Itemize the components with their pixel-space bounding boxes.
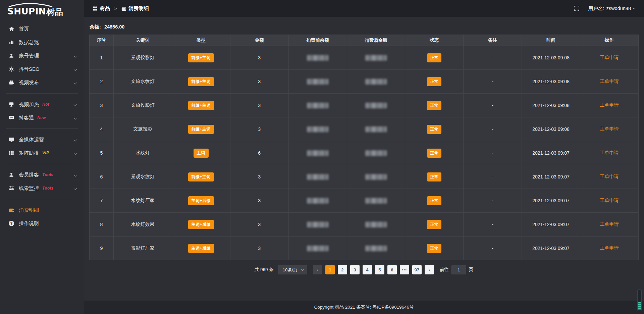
consumption-table-wrap: 序号关键词类型金额扣费前余额扣费后余额状态备注时间操作 1景观投影灯前缀+主词3… xyxy=(89,35,639,260)
sidebar-item-抖客通[interactable]: 抖客通New xyxy=(0,111,84,124)
masked-value xyxy=(365,126,387,132)
sidebar-item-操作说明[interactable]: ?操作说明 xyxy=(0,217,84,230)
sidebar-item-label: 线索监控 xyxy=(19,185,39,192)
sidebar-item-线索监控[interactable]: 线索监控Tools xyxy=(0,181,84,195)
sidebar-item-视频加热[interactable]: 视频加热Hot xyxy=(0,98,84,111)
cell-status: 正常 xyxy=(405,165,464,189)
cell-action: 工单申请 xyxy=(580,70,639,94)
cell-balance-before xyxy=(288,70,347,94)
cell-type: 前缀+主词 xyxy=(172,94,230,117)
work-order-link[interactable]: 工单申请 xyxy=(600,126,619,132)
work-order-link[interactable]: 工单申请 xyxy=(600,174,619,179)
page-button-2[interactable]: 2 xyxy=(338,265,347,274)
cell-time: 2021-12-03 09:07 xyxy=(522,189,580,213)
goto-page: 前往 页 xyxy=(440,265,474,274)
sidebar-item-全媒体运营[interactable]: 全媒体运营 xyxy=(0,133,84,146)
cell-balance-before xyxy=(288,46,347,70)
status-badge: 正常 xyxy=(427,77,441,86)
work-order-link[interactable]: 工单申请 xyxy=(600,245,619,251)
work-order-link[interactable]: 工单申请 xyxy=(600,150,619,155)
main-area: 树品 > 消费明细 用户名: zswodun88 xyxy=(84,0,644,314)
breadcrumb: 树品 > 消费明细 xyxy=(93,5,149,12)
cell-amount: 3 xyxy=(230,117,288,141)
page-size-select[interactable]: 10条/页 xyxy=(278,265,307,274)
cell-balance-after xyxy=(347,189,405,213)
cell-amount: 6 xyxy=(230,141,288,165)
sidebar: SHUPIN 树品 首页数据总览账号管理抖音SEO视频发布视频加热Hot抖客通N… xyxy=(0,0,84,314)
masked-value xyxy=(307,174,328,180)
table-row: 5水纹灯主词6正常-2021-12-03 09:07工单申请 xyxy=(90,141,639,165)
user-dropdown[interactable]: 用户名: zswodun88 xyxy=(588,5,635,12)
sidebar-item-消费明细[interactable]: 消费明细 xyxy=(0,203,84,217)
work-order-link[interactable]: 工单申请 xyxy=(600,102,619,108)
cell-balance-before xyxy=(288,165,347,189)
work-order-link[interactable]: 工单申请 xyxy=(600,55,619,60)
cell-balance-after xyxy=(347,117,405,141)
sidebar-item-tag: Hot xyxy=(42,102,49,107)
page-button-1[interactable]: 1 xyxy=(325,265,335,274)
member-icon xyxy=(8,172,14,178)
chevron-down-icon xyxy=(74,187,77,190)
masked-value xyxy=(307,150,328,156)
floating-widget[interactable] xyxy=(637,290,642,311)
breadcrumb-item-home[interactable]: 树品 xyxy=(93,5,110,12)
column-header-金额: 金额 xyxy=(230,35,288,46)
page-ellipsis[interactable]: ••• xyxy=(400,265,409,274)
cell-keyword: 文旅投影灯 xyxy=(114,94,172,117)
fullscreen-icon[interactable] xyxy=(574,5,580,11)
cell-index: 5 xyxy=(90,141,114,165)
status-badge: 正常 xyxy=(427,53,441,62)
work-order-link[interactable]: 工单申请 xyxy=(600,221,619,227)
chevron-down-icon xyxy=(633,6,636,9)
work-order-link[interactable]: 工单申请 xyxy=(600,198,619,203)
goto-page-input[interactable] xyxy=(451,265,466,274)
cell-remark: - xyxy=(464,46,522,70)
logo-text-cn: 树品 xyxy=(46,7,63,17)
sidebar-item-账号管理[interactable]: 账号管理 xyxy=(0,49,84,62)
sidebar-item-会员爆客[interactable]: 会员爆客Tools xyxy=(0,168,84,181)
sidebar-item-首页[interactable]: 首页 xyxy=(0,22,84,36)
cell-balance-after xyxy=(347,70,405,94)
cell-time: 2021-12-03 09:07 xyxy=(522,213,580,237)
page-button-6[interactable]: 6 xyxy=(387,265,397,274)
cell-remark: - xyxy=(464,94,522,117)
column-header-扣费前余额: 扣费前余额 xyxy=(288,35,347,46)
status-badge: 正常 xyxy=(427,196,441,205)
chevron-down-icon xyxy=(74,103,77,106)
cell-balance-after xyxy=(347,213,405,237)
sidebar-item-矩阵助推[interactable]: 矩阵助推VIP xyxy=(0,146,84,160)
balance-row: 余额: 24856.00 xyxy=(90,24,639,30)
type-badge: 主词+后缀 xyxy=(188,244,214,253)
breadcrumb-item-current[interactable]: 消费明细 xyxy=(121,5,149,12)
column-header-时间: 时间 xyxy=(522,35,580,46)
breadcrumb-label: 树品 xyxy=(100,5,110,12)
status-badge: 正常 xyxy=(427,101,441,110)
sidebar-item-tag: Tools xyxy=(42,186,53,191)
prev-page-button[interactable] xyxy=(313,265,322,274)
next-page-button[interactable] xyxy=(425,265,434,274)
cell-time: 2021-12-03 09:07 xyxy=(522,141,580,165)
page-button-5[interactable]: 5 xyxy=(375,265,384,274)
chevron-down-icon xyxy=(74,54,77,58)
page-size-value: 10条/页 xyxy=(283,267,298,272)
cell-keyword: 水纹灯厂家 xyxy=(114,189,172,213)
masked-value xyxy=(307,79,328,85)
work-order-link[interactable]: 工单申请 xyxy=(600,78,619,84)
sidebar-item-数据总览[interactable]: 数据总览 xyxy=(0,36,84,49)
page-button-97[interactable]: 97 xyxy=(412,265,422,274)
sidebar-item-label: 视频发布 xyxy=(19,80,39,86)
sidebar-item-抖音SEO[interactable]: 抖音SEO xyxy=(0,62,84,76)
cell-status: 正常 xyxy=(405,117,464,141)
page-button-3[interactable]: 3 xyxy=(350,265,360,274)
goto-label: 前往 xyxy=(440,267,449,273)
cell-status: 正常 xyxy=(405,189,464,213)
cell-remark: - xyxy=(464,237,522,260)
sidebar-item-视频发布[interactable]: 视频发布 xyxy=(0,76,84,89)
copyright-text: Copyright 树品 2021 备案号: 粤ICP备09019646号 xyxy=(314,304,414,310)
cell-type: 前缀+主词 xyxy=(172,46,230,70)
wallet-icon xyxy=(121,6,126,11)
page-button-4[interactable]: 4 xyxy=(363,265,372,274)
cell-type: 主词+后缀 xyxy=(172,189,230,213)
cell-keyword: 文旅水纹灯 xyxy=(114,70,172,94)
cell-keyword: 水纹灯 xyxy=(114,141,172,165)
